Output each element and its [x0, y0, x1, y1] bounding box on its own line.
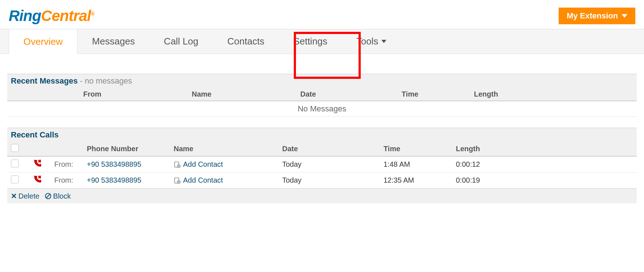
call-time: 12:35 AM: [384, 176, 456, 184]
tab-tools[interactable]: Tools: [342, 29, 401, 54]
missed-call-icon: [33, 159, 54, 170]
tab-settings[interactable]: Settings: [279, 29, 342, 54]
phone-number-link[interactable]: +90 5383498895: [87, 176, 174, 184]
recent-messages-header: Recent Messages - no messages: [7, 74, 637, 88]
call-length: 0:00:19: [456, 176, 528, 184]
row-checkbox[interactable]: [11, 160, 19, 167]
logo-part-central: Central: [41, 7, 91, 24]
delete-icon: ✕: [11, 192, 17, 200]
direction-label: From:: [54, 176, 87, 184]
col-phone: Phone Number: [87, 145, 174, 153]
call-date: Today: [282, 160, 384, 169]
col-time: Time: [384, 145, 456, 153]
col-date: Date: [300, 90, 402, 98]
logo-part-ring: Ring: [9, 7, 41, 24]
add-contact-link[interactable]: Add Contact: [174, 160, 282, 169]
col-name: Name: [192, 90, 300, 98]
recent-messages-column-header: From Name Date Time Length: [7, 88, 637, 101]
add-contact-link[interactable]: Add Contact: [174, 176, 282, 184]
top-bar: RingCentral® My Extension: [0, 0, 644, 29]
recent-calls-section: Recent Calls Phone Number Name Date Time…: [7, 128, 637, 203]
block-icon: [45, 192, 52, 200]
tab-messages[interactable]: Messages: [77, 29, 149, 54]
content-area: Recent Messages - no messages From Name …: [0, 74, 644, 203]
delete-button[interactable]: ✕ Delete: [11, 192, 39, 200]
logo-registered-mark: ®: [91, 11, 94, 17]
call-row: From: +90 5383498895 Add Contact Today 1…: [7, 173, 637, 188]
call-date: Today: [282, 176, 384, 184]
call-time: 1:48 AM: [384, 160, 456, 169]
my-extension-button[interactable]: My Extension: [559, 8, 635, 24]
recent-messages-subtitle: - no messages: [78, 76, 132, 85]
add-contact-icon: [174, 177, 181, 184]
nav-bar: Overview Messages Call Log Contacts Sett…: [0, 29, 644, 54]
tab-contacts[interactable]: Contacts: [213, 29, 279, 54]
col-length: Length: [456, 145, 528, 153]
col-length: Length: [474, 90, 546, 98]
phone-number-link[interactable]: +90 5383498895: [87, 160, 174, 169]
recent-messages-section: Recent Messages - no messages From Name …: [7, 74, 637, 117]
ringcentral-logo: RingCentral®: [9, 7, 94, 25]
call-length: 0:00:12: [456, 160, 528, 169]
col-name: Name: [174, 145, 282, 153]
add-contact-icon: [174, 161, 181, 168]
recent-calls-column-header: Phone Number Name Date Time Length: [7, 142, 637, 157]
call-row: From: +90 5383498895 Add Contact Today 1…: [7, 157, 637, 173]
col-date: Date: [282, 145, 384, 153]
select-all-checkbox[interactable]: [11, 144, 19, 152]
no-messages-text: No Messages: [7, 101, 637, 117]
recent-calls-header: Recent Calls: [7, 128, 637, 142]
recent-messages-title: Recent Messages: [11, 76, 78, 85]
row-checkbox[interactable]: [11, 175, 19, 183]
chevron-down-icon: [381, 40, 386, 43]
svg-line-5: [46, 194, 50, 198]
col-time: Time: [402, 90, 474, 98]
recent-calls-title: Recent Calls: [11, 130, 59, 139]
col-from: From: [83, 90, 192, 98]
block-button[interactable]: Block: [45, 192, 71, 200]
missed-call-icon: [33, 175, 54, 186]
tab-call-log[interactable]: Call Log: [149, 29, 213, 54]
chevron-down-icon: [622, 14, 627, 18]
my-extension-label: My Extension: [567, 11, 618, 21]
direction-label: From:: [54, 160, 87, 169]
recent-calls-footer: ✕ Delete Block: [7, 188, 637, 203]
tab-overview[interactable]: Overview: [9, 29, 77, 54]
